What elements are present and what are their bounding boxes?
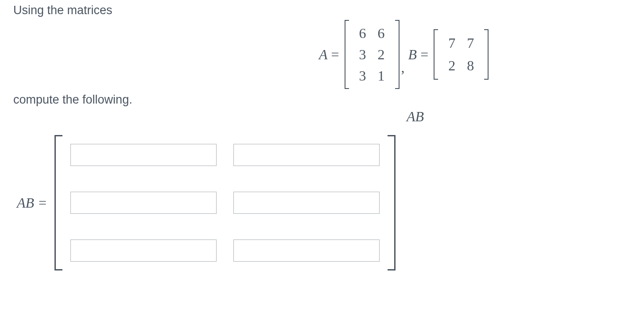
answer-input-1-0[interactable] (70, 192, 217, 214)
matrix-a: 6 6 3 2 3 1 (345, 20, 400, 89)
matrix-cell: 8 (461, 54, 480, 77)
bracket-left-icon (434, 29, 438, 80)
answer-matrix (54, 135, 396, 270)
matrix-row: 6 6 (353, 23, 391, 44)
answer-label: AB = (17, 195, 47, 211)
matrix-a-label: A (319, 46, 328, 63)
matrix-row: 7 7 (442, 32, 480, 54)
answer-row (70, 192, 380, 214)
matrix-cell: 3 (353, 44, 372, 65)
bracket-left-icon (54, 135, 62, 270)
product-label: AB (407, 108, 424, 125)
matrix-b: 7 7 2 8 (434, 29, 489, 80)
answer-ab-text: AB (17, 195, 34, 211)
equals-sign: = (420, 46, 428, 63)
matrix-cell: 6 (353, 23, 372, 44)
answer-matrix-content (62, 135, 388, 270)
comma: , (401, 59, 405, 89)
bracket-left-icon (345, 20, 349, 89)
matrix-cell: 7 (442, 32, 461, 54)
matrices-definition: A = 6 6 3 2 3 1 , B = 7 7 (319, 20, 490, 89)
matrix-a-content: 6 6 3 2 3 1 (349, 20, 395, 89)
answer-input-2-0[interactable] (70, 239, 217, 262)
intro-text: Using the matrices (13, 4, 113, 17)
answer-row (70, 239, 380, 262)
matrix-cell: 7 (461, 32, 480, 54)
matrix-cell: 2 (442, 54, 461, 77)
answer-input-0-0[interactable] (70, 144, 217, 166)
matrix-b-content: 7 7 2 8 (438, 29, 484, 80)
answer-input-1-1[interactable] (233, 192, 380, 214)
matrix-cell: 6 (372, 23, 391, 44)
matrix-b-label: B (408, 46, 417, 63)
answer-area: AB = (17, 135, 396, 270)
bracket-right-icon (395, 20, 400, 89)
matrix-row: 3 2 (353, 44, 391, 65)
matrix-row: 3 1 (353, 65, 391, 86)
matrix-cell: 1 (372, 65, 391, 86)
equals-sign: = (39, 195, 47, 211)
matrix-cell: 2 (372, 44, 391, 65)
bracket-right-icon (484, 29, 489, 80)
equals-sign: = (331, 46, 339, 63)
compute-text: compute the following. (13, 93, 132, 107)
answer-input-0-1[interactable] (233, 144, 380, 166)
answer-input-2-1[interactable] (233, 239, 380, 262)
answer-row (70, 144, 380, 166)
matrix-row: 2 8 (442, 54, 480, 77)
bracket-right-icon (388, 135, 396, 270)
matrix-cell: 3 (353, 65, 372, 86)
